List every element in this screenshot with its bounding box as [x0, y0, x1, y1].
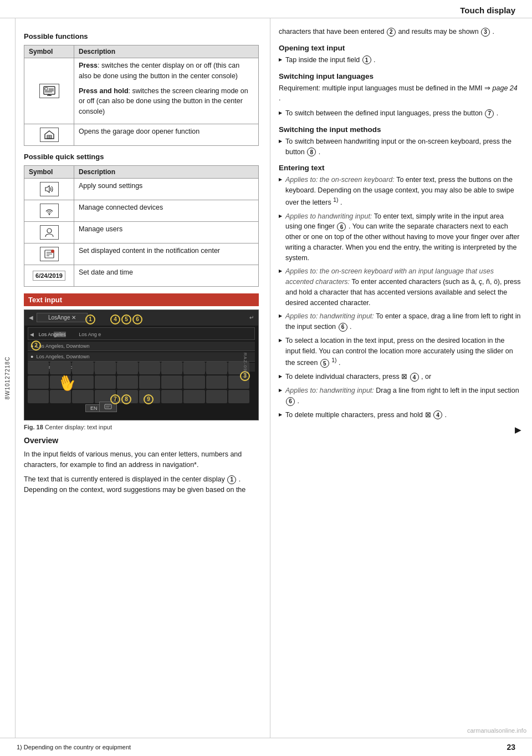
page-container: Touch display 8W10127218C Possible funct… [0, 0, 532, 756]
key [206, 390, 227, 403]
key [183, 390, 204, 403]
key [183, 376, 204, 389]
user-icon [40, 225, 59, 240]
overview-para2-text: The text that is currently entered is di… [24, 475, 225, 483]
sound-desc: Apply sound settings [79, 181, 254, 191]
circle-5: 5 [320, 359, 329, 368]
footnote-num: 1) [17, 744, 22, 750]
key [95, 376, 116, 389]
notif-desc: Set displayed content in the notificatio… [79, 246, 254, 256]
desc-cell-wifi: Manage connected devices [74, 200, 259, 221]
circle-4b: 4 [433, 410, 442, 419]
overview-heading: Overview [24, 436, 259, 445]
display-icon [39, 84, 59, 98]
circle-label-7: 7 [110, 394, 120, 404]
possible-functions-heading: Possible functions [24, 32, 259, 40]
svg-marker-12 [45, 186, 49, 192]
screen-result-1: ● Los Angeles, Downtown [28, 342, 255, 351]
result-text-2: Los Angeles, Downtown [36, 354, 89, 359]
bullet-5-text: To select a location in the text input, … [285, 337, 513, 367]
screen-input-field: LosAnge ✕ [37, 313, 88, 322]
switching-page: page 24 [493, 84, 518, 92]
date-symbol: 6/24/2019 [29, 267, 69, 284]
switch-methods-end: . [319, 148, 320, 156]
raz-label: RAZ-0955 [242, 353, 247, 377]
fig-desc: Center display: text input [45, 424, 112, 430]
svg-point-14 [47, 229, 52, 233]
bullet-8-end: . [444, 411, 446, 419]
opening-text-input-heading: Opening text input [279, 44, 521, 52]
page-title: Touch display [460, 6, 515, 15]
opening-bullet: Tap inside the input field 1 . [279, 55, 521, 65]
key [117, 362, 138, 375]
screen-back-btn: ◀ [30, 332, 34, 337]
symbol-cell-display [24, 58, 74, 124]
overview-para3: characters that have been entered 2 and … [279, 27, 521, 37]
presshold-desc: Press and hold: switches the screen clea… [79, 86, 254, 117]
switching-methods-heading: Switching the input methods [279, 125, 521, 134]
sound-symbol [29, 181, 69, 197]
watermark: carmanualsonline.info [467, 727, 526, 734]
tap-inside-text: Tap inside the input field [285, 56, 362, 64]
notification-icon [40, 247, 59, 261]
symbol-cell-sound [24, 178, 74, 200]
bullet-5: To select a location in the text input, … [279, 336, 521, 368]
key [28, 376, 49, 389]
switching-methods-bullet: To switch between handwriting input or t… [279, 136, 521, 158]
page-footer: 1) Depending on the country or equipment… [0, 738, 532, 756]
desc-cell-user: Manage users [74, 221, 259, 243]
table1-col1-header: Symbol [24, 45, 74, 58]
screen-ok-icon: ↵ [249, 314, 254, 321]
left-column: Possible functions Symbol Description [16, 18, 270, 738]
table-row: Manage users [24, 221, 259, 243]
key [139, 376, 160, 389]
table-row: Set displayed content in the notificatio… [24, 243, 259, 265]
bullet-1: Applies to: the on-screen keyboard: To e… [279, 175, 521, 207]
circle-7: 7 [485, 109, 494, 118]
key [28, 362, 49, 375]
circle-6a: 6 [337, 222, 346, 231]
switching-req: Requirement: multiple input languages mu… [279, 84, 483, 92]
garage-icon [40, 128, 59, 142]
overview-para1: In the input fields of various menus, yo… [24, 449, 259, 470]
desc-cell-display: Press: switches the center display on or… [74, 58, 259, 124]
bullet-4-end: . [350, 323, 351, 331]
symbol-cell-date: 6/24/2019 [24, 265, 74, 286]
overview-para3-end: . [493, 28, 494, 35]
footnote: 1) Depending on the country or equipment [17, 744, 131, 750]
key [161, 376, 182, 389]
footnote-text: Depending on the country or equipment [24, 744, 131, 750]
margin-text: 8W10127218C [4, 357, 11, 400]
screen-location-text: Los Ang e [79, 332, 101, 337]
key [161, 390, 182, 403]
entering-text-heading: Entering text [279, 164, 521, 172]
table-row: Manage connected devices [24, 200, 259, 221]
svg-rect-20 [105, 404, 111, 409]
circle-label-1: 1 [85, 314, 95, 324]
switching-languages-heading: Switching input languages [279, 72, 521, 80]
bullet-7-prefix: Applies to: handwriting input: [285, 387, 376, 394]
bullet-2: Applies to handwriting input: To enter t… [279, 211, 521, 263]
bullet-7: Applies to: handwriting input: Drag a li… [279, 385, 521, 407]
overview-para3-cont: and results may be shown [398, 28, 478, 35]
key [117, 376, 138, 389]
key [72, 362, 93, 375]
bullet-6-text: To delete individual characters, press ⊠ [285, 373, 410, 380]
svg-rect-3 [45, 88, 48, 90]
screen-result-2: ● Los Angeles, Downtown [28, 352, 255, 362]
possible-quick-settings-heading: Possible quick settings [24, 153, 259, 161]
symbol-cell-garage [24, 124, 74, 145]
possible-functions-table: Symbol Description [24, 45, 259, 146]
table-row: Opens the garage door opener function [24, 124, 259, 145]
screen-search-text: Los Angeles [39, 332, 66, 337]
right-column: characters that have been entered 2 and … [270, 18, 532, 738]
circle-1: 1 [227, 475, 236, 484]
bullet-4-prefix: Applies to: handwriting input: [285, 312, 376, 320]
period: . [279, 94, 280, 102]
bullet-3: Applies to: the on-screen keyboard with … [279, 266, 521, 308]
bullet-1-prefix: Applies to: the on-screen keyboard: [285, 176, 396, 184]
circle-3: 3 [481, 28, 490, 37]
key [28, 390, 49, 403]
fig-label: Fig. 18 [24, 424, 43, 430]
wifi-icon [40, 204, 59, 218]
